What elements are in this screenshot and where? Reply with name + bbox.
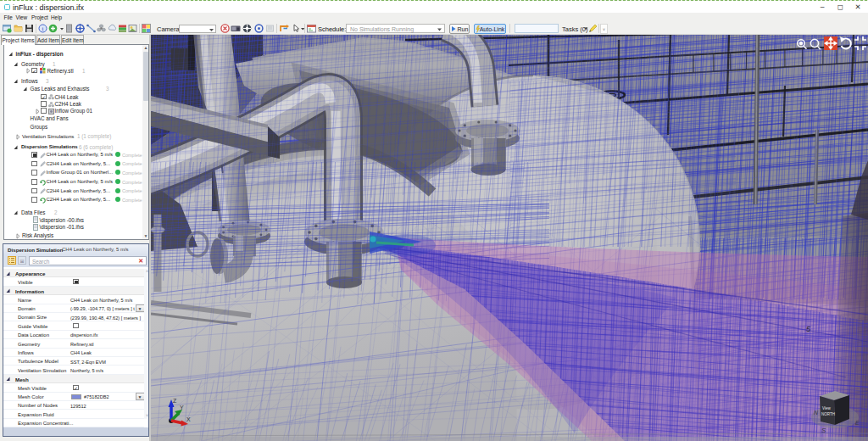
- svg-text:X: X: [186, 416, 191, 422]
- svg-text:S: S: [821, 427, 826, 434]
- svg-text:View: View: [822, 406, 831, 410]
- svg-text:Y: Y: [180, 405, 184, 410]
- svg-text:Z: Z: [173, 398, 177, 404]
- svg-text:E: E: [855, 420, 860, 426]
- svg-text:NORTH: NORTH: [821, 412, 835, 416]
- svg-text:i: i: [42, 25, 44, 32]
